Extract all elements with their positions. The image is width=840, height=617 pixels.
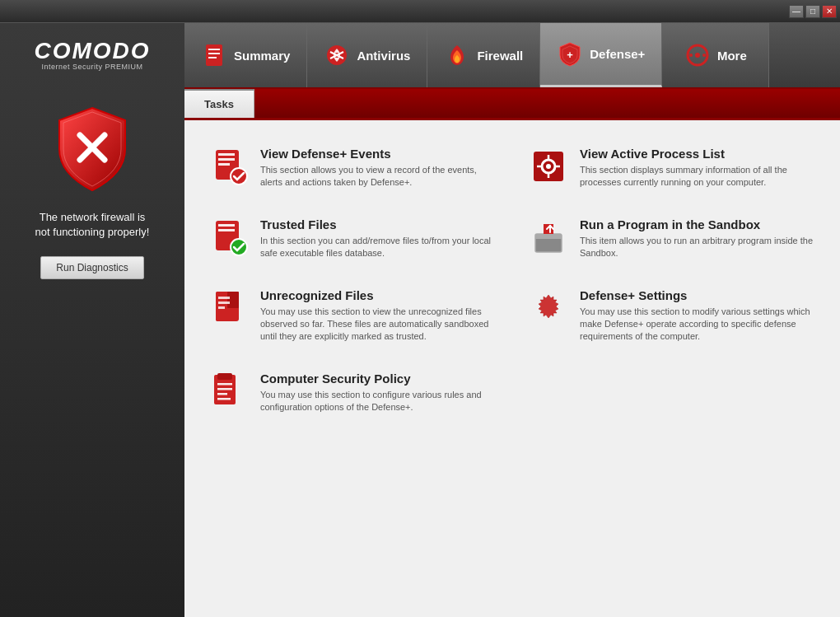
svg-point-11 (689, 54, 693, 57)
tab-more[interactable]: More (662, 23, 769, 87)
svg-text:+: + (567, 49, 573, 61)
svg-rect-45 (217, 398, 231, 400)
task-defense-settings[interactable]: Defense+ Settings You may use this secti… (529, 278, 815, 353)
task-computer-security-policy-title: Computer Security Policy (260, 372, 496, 386)
nav-tabs: Summary Antivirus Firewall (184, 23, 840, 89)
sub-tab-tasks-label: Tasks (204, 98, 234, 110)
sub-tab-tasks[interactable]: Tasks (184, 89, 254, 118)
task-view-active-process[interactable]: View Active Process List This section di… (529, 137, 815, 199)
content-area: Summary Antivirus Firewall (184, 23, 840, 617)
logo-text: COMODO (34, 40, 150, 63)
svg-rect-35 (218, 297, 230, 299)
task-view-active-process-desc: This section displays summary informatio… (580, 164, 815, 189)
sandbox-icon (529, 217, 568, 257)
task-view-active-process-title: View Active Process List (580, 147, 815, 161)
tab-more-label: More (717, 49, 747, 63)
task-unrecognized-files-text: Unrecognized Files You may use this sect… (260, 288, 496, 344)
trusted-icon (209, 217, 249, 257)
unrecognized-icon (209, 288, 249, 328)
maximize-button[interactable]: □ (805, 5, 820, 18)
task-computer-security-policy-desc: You may use this section to configure va… (260, 389, 496, 414)
run-diagnostics-button[interactable]: Run Diagnostics (40, 256, 143, 279)
task-unrecognized-files-desc: You may use this section to view the unr… (260, 306, 496, 344)
close-button[interactable]: ✕ (822, 5, 837, 18)
tab-defense-label: Defense+ (590, 47, 645, 61)
task-unrecognized-files[interactable]: Unrecognized Files You may use this sect… (209, 278, 496, 353)
tab-firewall-label: Firewall (477, 49, 523, 63)
logo-area: COMODO Internet Security PREMIUM (34, 40, 150, 71)
svg-rect-26 (218, 224, 235, 227)
settings-icon (529, 288, 568, 328)
sub-nav-fill (254, 89, 840, 118)
tab-summary[interactable]: Summary (184, 23, 307, 87)
task-trusted-files-text: Trusted Files In this section you can ad… (260, 217, 496, 260)
policy-icon (209, 372, 249, 411)
svg-rect-2 (206, 44, 222, 66)
tab-summary-label: Summary (234, 49, 290, 63)
svg-rect-34 (227, 292, 239, 308)
process-icon (529, 147, 568, 186)
tab-antivirus[interactable]: Antivirus (307, 23, 427, 87)
tab-antivirus-label: Antivirus (357, 49, 410, 63)
task-trusted-files[interactable]: Trusted Files In this section you can ad… (209, 208, 496, 270)
task-run-sandbox-title: Run a Program in the Sandbox (580, 217, 815, 231)
svg-rect-15 (218, 158, 235, 161)
task-run-sandbox-text: Run a Program in the Sandbox This item a… (580, 217, 815, 260)
shield-icon (51, 104, 133, 198)
tab-defense[interactable]: + Defense+ (540, 23, 662, 87)
task-view-active-process-text: View Active Process List This section di… (580, 147, 815, 189)
task-view-defense-events-desc: This section allows you to view a record… (260, 164, 496, 189)
events-icon (209, 147, 249, 186)
svg-rect-36 (218, 301, 230, 304)
status-text: The network firewall isnot functioning p… (27, 210, 158, 240)
task-view-defense-events[interactable]: View Defense+ Events This section allows… (209, 137, 496, 199)
task-defense-settings-desc: You may use this section to modify vario… (580, 306, 815, 344)
task-view-defense-events-title: View Defense+ Events (260, 147, 496, 161)
task-run-sandbox-desc: This item allows you to run an arbitrary… (580, 235, 815, 260)
svg-rect-14 (218, 153, 235, 156)
task-defense-settings-text: Defense+ Settings You may use this secti… (580, 288, 815, 344)
svg-rect-43 (217, 388, 232, 390)
task-unrecognized-files-title: Unrecognized Files (260, 288, 496, 302)
svg-rect-37 (218, 306, 225, 309)
svg-rect-30 (535, 234, 562, 239)
tasks-content: View Defense+ Events This section allows… (184, 120, 840, 617)
svg-point-12 (702, 54, 706, 57)
svg-point-10 (695, 53, 700, 58)
sub-nav: Tasks (184, 89, 840, 120)
task-computer-security-policy[interactable]: Computer Security Policy You may use thi… (209, 362, 496, 424)
svg-rect-27 (218, 229, 235, 231)
task-trusted-files-title: Trusted Files (260, 217, 496, 231)
task-run-sandbox[interactable]: Run a Program in the Sandbox This item a… (529, 208, 815, 270)
task-trusted-files-desc: In this section you can add/remove files… (260, 235, 496, 260)
task-computer-security-policy-text: Computer Security Policy You may use thi… (260, 372, 496, 414)
svg-rect-16 (218, 163, 230, 166)
svg-rect-41 (217, 373, 232, 380)
logo-sub: Internet Security PREMIUM (34, 63, 150, 71)
svg-point-20 (546, 164, 551, 169)
svg-rect-5 (208, 57, 217, 58)
title-bar: — □ ✕ (0, 0, 840, 23)
sidebar: COMODO Internet Security PREMIUM The (0, 23, 184, 617)
svg-rect-44 (217, 393, 227, 395)
tab-firewall[interactable]: Firewall (427, 23, 540, 87)
task-view-defense-events-text: View Defense+ Events This section allows… (260, 147, 496, 189)
minimize-button[interactable]: — (789, 5, 804, 18)
svg-rect-42 (217, 383, 232, 386)
svg-rect-3 (208, 49, 220, 50)
svg-rect-4 (208, 53, 220, 54)
task-defense-settings-title: Defense+ Settings (580, 288, 815, 302)
